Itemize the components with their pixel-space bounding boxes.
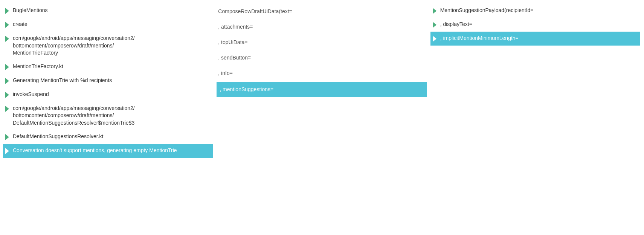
svg-marker-3 bbox=[5, 64, 9, 70]
svg-marker-9 bbox=[433, 8, 436, 14]
item-label: MentionTrieFactory.kt bbox=[13, 63, 63, 70]
middle-item[interactable]: , info= bbox=[217, 66, 426, 81]
arrow-icon bbox=[432, 21, 437, 29]
list-item[interactable]: , implicitMentionMinimumLength= bbox=[430, 32, 640, 46]
item-label: Generating MentionTrie with %d recipient… bbox=[13, 77, 112, 84]
item-label: DefaultMentionSuggestionsResolver.kt bbox=[13, 133, 103, 140]
svg-marker-10 bbox=[433, 22, 436, 28]
middle-item[interactable]: ComposeRowDraftUiData(text= bbox=[217, 4, 426, 19]
svg-marker-8 bbox=[5, 148, 9, 154]
main-container: BugleMentions create com/google/android/… bbox=[0, 0, 644, 235]
list-item[interactable]: create bbox=[3, 18, 213, 32]
list-item[interactable]: Conversation doesn't support mentions, g… bbox=[3, 144, 213, 158]
middle-item[interactable]: , attachments= bbox=[217, 19, 426, 35]
middle-item[interactable]: , topUiData= bbox=[217, 35, 426, 50]
item-label: create bbox=[13, 21, 27, 28]
list-item[interactable]: Generating MentionTrie with %d recipient… bbox=[3, 74, 213, 88]
item-label: , displayText= bbox=[440, 21, 472, 28]
arrow-icon bbox=[5, 7, 10, 15]
arrow-icon bbox=[5, 147, 10, 155]
list-item[interactable]: MentionSuggestionPayload(recipientId= bbox=[430, 4, 640, 18]
column-1: BugleMentions create com/google/android/… bbox=[0, 4, 217, 231]
svg-marker-1 bbox=[5, 22, 9, 28]
item-label: Conversation doesn't support mentions, g… bbox=[13, 147, 177, 154]
svg-marker-7 bbox=[5, 134, 9, 140]
arrow-icon bbox=[5, 105, 10, 113]
middle-item[interactable]: , mentionSuggestions= bbox=[217, 82, 426, 97]
item-label: com/google/android/apps/messaging/conver… bbox=[13, 35, 135, 57]
svg-marker-2 bbox=[5, 36, 9, 42]
list-item[interactable]: com/google/android/apps/messaging/conver… bbox=[3, 102, 213, 130]
item-label: com/google/android/apps/messaging/conver… bbox=[13, 105, 135, 127]
item-label: BugleMentions bbox=[13, 7, 48, 14]
list-item[interactable]: com/google/android/apps/messaging/conver… bbox=[3, 32, 213, 60]
column-2: ComposeRowDraftUiData(text=, attachments… bbox=[217, 4, 430, 231]
column-3: MentionSuggestionPayload(recipientId= , … bbox=[430, 4, 644, 231]
list-item[interactable]: BugleMentions bbox=[3, 4, 213, 18]
item-label: MentionSuggestionPayload(recipientId= bbox=[440, 7, 534, 14]
arrow-icon bbox=[5, 63, 10, 71]
svg-marker-11 bbox=[433, 36, 436, 42]
arrow-icon bbox=[5, 91, 10, 99]
item-label: , implicitMentionMinimumLength= bbox=[440, 35, 519, 42]
arrow-icon bbox=[432, 7, 437, 15]
middle-item[interactable]: , sendButton= bbox=[217, 50, 426, 66]
arrow-icon bbox=[5, 35, 10, 43]
svg-marker-5 bbox=[5, 92, 9, 98]
list-item[interactable]: , displayText= bbox=[430, 18, 640, 32]
list-item[interactable]: DefaultMentionSuggestionsResolver.kt bbox=[3, 130, 213, 144]
svg-marker-0 bbox=[5, 8, 9, 14]
list-item[interactable]: invokeSuspend bbox=[3, 88, 213, 102]
item-label: invokeSuspend bbox=[13, 91, 49, 98]
arrow-icon bbox=[5, 133, 10, 141]
arrow-icon bbox=[5, 77, 10, 85]
list-item[interactable]: MentionTrieFactory.kt bbox=[3, 60, 213, 74]
arrow-icon bbox=[432, 35, 437, 43]
svg-marker-4 bbox=[5, 78, 9, 84]
svg-marker-6 bbox=[5, 106, 9, 112]
arrow-icon bbox=[5, 21, 10, 29]
